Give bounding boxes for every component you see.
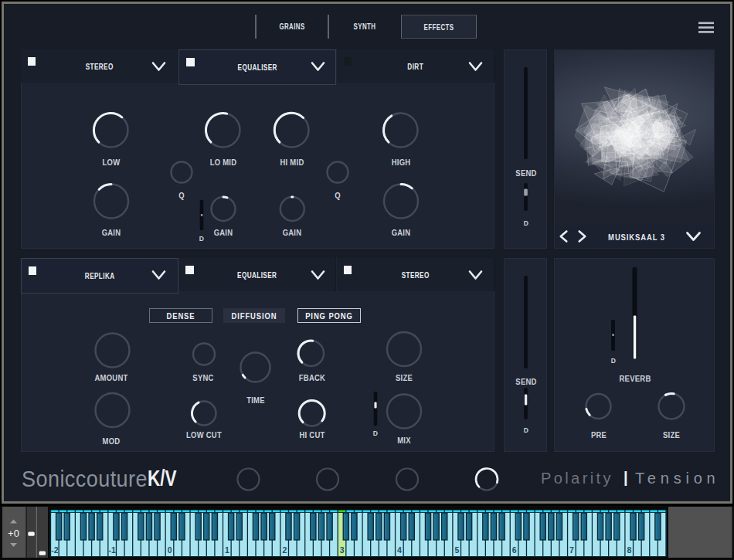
svg-text:-2: -2	[51, 545, 58, 555]
svg-text:0: 0	[168, 545, 172, 555]
svg-text:7: 7	[569, 545, 574, 555]
svg-text:6: 6	[512, 545, 517, 555]
svg-text:-1: -1	[109, 545, 116, 555]
svg-text:3: 3	[340, 545, 345, 555]
svg-text:+0: +0	[8, 528, 19, 539]
svg-text:8: 8	[627, 545, 631, 555]
svg-text:5: 5	[454, 545, 459, 555]
svg-text:1: 1	[225, 545, 229, 555]
svg-text:4: 4	[397, 545, 402, 555]
svg-text:2: 2	[282, 545, 287, 555]
